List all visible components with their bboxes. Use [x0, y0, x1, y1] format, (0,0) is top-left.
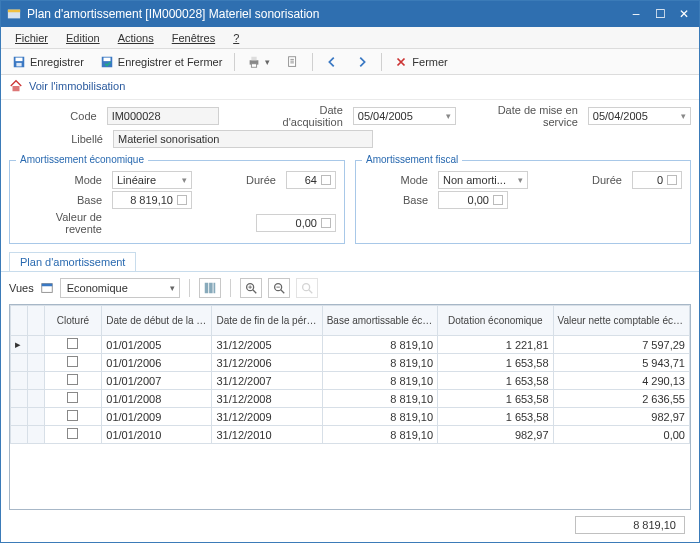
col-cloture[interactable]: Cloturé	[44, 306, 102, 336]
row-header-col	[11, 306, 28, 336]
row-indicator	[11, 372, 28, 390]
grid-sep-1	[189, 279, 190, 297]
col-debut[interactable]: Date de début de la période ▴	[102, 306, 212, 336]
save-icon	[12, 55, 26, 69]
menu-actions[interactable]: Actions	[110, 30, 162, 46]
table-row[interactable]: 01/01/200831/12/20088 819,101 653,582 63…	[11, 390, 690, 408]
fiscal-duree-field[interactable]: 0	[632, 171, 682, 189]
header-form: Code IM000028 Date d'acquisition 05/04/2…	[1, 100, 699, 154]
checkbox-icon[interactable]	[67, 356, 78, 367]
cell-fin: 31/12/2006	[212, 354, 322, 372]
checkbox-icon[interactable]	[67, 392, 78, 403]
col-dotation[interactable]: Dotation économique	[438, 306, 553, 336]
fiscal-base-field[interactable]: 0,00	[438, 191, 508, 209]
cell-vnc: 5 943,71	[553, 354, 689, 372]
columns-icon	[203, 281, 217, 295]
cell-fin: 31/12/2010	[212, 426, 322, 444]
cell-dotation: 1 653,58	[438, 408, 553, 426]
col-vnc[interactable]: Valeur nette comptable économique	[553, 306, 689, 336]
fiscal-duree-label: Durée	[578, 174, 628, 186]
row-tree	[27, 354, 44, 372]
view-asset-link[interactable]: Voir l'immobilisation	[1, 75, 699, 100]
menu-fenetres[interactable]: Fenêtres	[164, 30, 223, 46]
minimize-button[interactable]: –	[627, 6, 645, 22]
table-row[interactable]: ▸01/01/200531/12/20058 819,101 221,817 5…	[11, 336, 690, 354]
svg-point-24	[302, 284, 309, 291]
cell-debut: 01/01/2009	[102, 408, 212, 426]
checkbox-icon[interactable]	[67, 428, 78, 439]
checkbox-icon[interactable]	[67, 374, 78, 385]
table-row[interactable]: 01/01/200931/12/20098 819,101 653,58982,…	[11, 408, 690, 426]
eco-mode-select[interactable]: Linéaire▾	[112, 171, 192, 189]
table-row[interactable]: 01/01/200631/12/20068 819,101 653,585 94…	[11, 354, 690, 372]
menu-help[interactable]: ?	[225, 30, 247, 46]
col-base[interactable]: Base amortissable économique	[322, 306, 437, 336]
cell-dotation: 1 653,58	[438, 354, 553, 372]
svg-rect-11	[13, 86, 20, 91]
cell-dotation: 1 221,81	[438, 336, 553, 354]
cell-debut: 01/01/2010	[102, 426, 212, 444]
cell-fin: 31/12/2007	[212, 372, 322, 390]
zoom-in-button[interactable]	[240, 278, 262, 298]
date-acq-label: Date d'acquisition	[264, 104, 348, 128]
menu-edition[interactable]: Edition	[58, 30, 108, 46]
window-title: Plan d'amortissement [IM000028] Materiel…	[27, 7, 627, 21]
titlebar: Plan d'amortissement [IM000028] Materiel…	[1, 1, 699, 27]
cell-cloture[interactable]	[44, 390, 102, 408]
date-acq-field[interactable]: 05/04/2005▾	[353, 107, 456, 125]
cell-cloture[interactable]	[44, 408, 102, 426]
checkbox-icon[interactable]	[67, 410, 78, 421]
col-fin[interactable]: Date de fin de la période ▴	[212, 306, 322, 336]
cell-cloture[interactable]	[44, 354, 102, 372]
table-row[interactable]: 01/01/200731/12/20078 819,101 653,584 29…	[11, 372, 690, 390]
zoom-out-icon	[272, 281, 286, 295]
table-row[interactable]: 01/01/201031/12/20108 819,10982,970,00	[11, 426, 690, 444]
cell-vnc: 2 636,55	[553, 390, 689, 408]
cell-cloture[interactable]	[44, 336, 102, 354]
save-button[interactable]: Enregistrer	[5, 52, 91, 72]
maximize-button[interactable]: ☐	[651, 6, 669, 22]
vues-select[interactable]: Economique▾	[60, 278, 180, 298]
menu-fichier[interactable]: Fichier	[7, 30, 56, 46]
cell-fin: 31/12/2009	[212, 408, 322, 426]
fiscal-mode-select[interactable]: Non amorti...▾	[438, 171, 528, 189]
libelle-field: Materiel sonorisation	[113, 130, 373, 148]
toolbar: Enregistrer Enregistrer et Fermer ▾ Ferm…	[1, 49, 699, 75]
cell-vnc: 4 290,13	[553, 372, 689, 390]
row-tree	[27, 372, 44, 390]
close-button[interactable]: Fermer	[387, 52, 454, 72]
back-button[interactable]	[318, 52, 346, 72]
svg-line-18	[252, 290, 256, 294]
tab-plan[interactable]: Plan d'amortissement	[9, 252, 136, 271]
view-icon	[40, 281, 54, 295]
cell-cloture[interactable]	[44, 372, 102, 390]
eco-duree-field[interactable]: 64	[286, 171, 336, 189]
print-button[interactable]: ▾	[240, 52, 277, 72]
forward-button[interactable]	[348, 52, 376, 72]
cell-base: 8 819,10	[322, 426, 437, 444]
attach-button[interactable]	[279, 52, 307, 72]
attach-icon	[286, 55, 300, 69]
cell-cloture[interactable]	[44, 426, 102, 444]
window-frame: Plan d'amortissement [IM000028] Materiel…	[0, 0, 700, 543]
cell-base: 8 819,10	[322, 354, 437, 372]
row-tree	[27, 426, 44, 444]
close-window-button[interactable]: ✕	[675, 6, 693, 22]
eco-revente-field[interactable]: 0,00	[256, 214, 336, 232]
svg-rect-15	[209, 283, 213, 294]
cell-debut: 01/01/2005	[102, 336, 212, 354]
fiscal-mode-label: Mode	[364, 174, 434, 186]
row-indicator	[11, 390, 28, 408]
toolbar-separator-3	[381, 53, 382, 71]
zoom-out-button[interactable]	[268, 278, 290, 298]
svg-rect-9	[252, 63, 257, 67]
zoom-reset-button[interactable]	[296, 278, 318, 298]
cell-vnc: 7 597,29	[553, 336, 689, 354]
date-service-field[interactable]: 05/04/2005▾	[588, 107, 691, 125]
libelle-label: Libellé	[9, 133, 109, 145]
row-indicator	[11, 408, 28, 426]
save-close-button[interactable]: Enregistrer et Fermer	[93, 52, 230, 72]
checkbox-icon[interactable]	[67, 338, 78, 349]
columns-button[interactable]	[199, 278, 221, 298]
eco-base-field[interactable]: 8 819,10	[112, 191, 192, 209]
